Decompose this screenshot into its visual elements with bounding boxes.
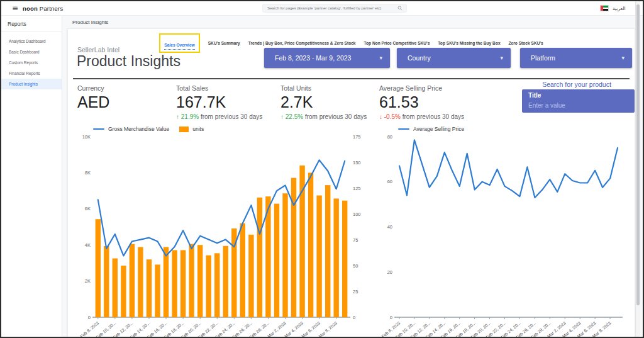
gmv-line-swatch (93, 128, 104, 130)
svg-text:0: 0 (390, 315, 392, 320)
date-range-value: Feb 8, 2023 - Mar 9, 2023 (275, 54, 351, 62)
header-divider (73, 78, 630, 79)
kpi-label: Total Units (280, 84, 367, 92)
tab-sales-overview[interactable]: Sales Overview (164, 43, 194, 50)
svg-text:25: 25 (353, 289, 358, 295)
gmv-units-chart: Gross Merchandise Value units 02K4K6K8K1… (73, 125, 365, 338)
date-range-dropdown[interactable]: Feb 8, 2023 - Mar 9, 2023 ▾ (264, 48, 390, 68)
sidebar: Reports Analytics Dashboard Basic Dashbo… (1, 16, 62, 337)
sidebar-item-custom-reports[interactable]: Custom Reports (1, 57, 62, 68)
logo-noon: noon (23, 5, 38, 12)
annotation-highlight-box: Sales Overview (159, 33, 199, 53)
svg-text:175: 175 (353, 134, 361, 140)
product-title-field-label: Title (528, 92, 628, 99)
svg-text:40: 40 (387, 224, 392, 230)
tab-skus-summary[interactable]: SKU's Summary (208, 41, 240, 45)
sidebar-title: Reports (1, 16, 62, 32)
chevron-down-icon: ▾ (621, 55, 625, 61)
product-search-title: Search for your product (519, 81, 635, 88)
country-dropdown[interactable]: Country ▾ (397, 48, 511, 68)
chevron-down-icon: ▾ (500, 55, 503, 61)
kpi-delta: ↑ 22.5% from previous 30 days (280, 113, 367, 120)
asp-plot: 020406080Feb 8, 2023Feb 10, 20...Feb 12,… (378, 133, 626, 338)
kpi-delta: ↑ 21.9% from previous 30 days (176, 113, 262, 120)
sidebar-item-financial-reports[interactable]: Financial Reports (1, 68, 62, 79)
svg-text:0: 0 (88, 315, 91, 320)
kpi-average-selling-price: Average Selling Price 61.53 ↓ -0.5% from… (379, 84, 464, 120)
language-switch-link[interactable]: العربية (613, 6, 626, 11)
asp-line-swatch (398, 128, 409, 130)
kpi-value: AED (77, 93, 109, 111)
sidebar-item-analytics-dashboard[interactable]: Analytics Dashboard (1, 36, 62, 47)
delta-percent: 21.9% (181, 113, 199, 120)
delta-suffix: from previous 30 days (201, 113, 262, 120)
scrollbar-thumb[interactable] (636, 4, 640, 305)
breadcrumb: Product Insights (72, 20, 108, 25)
country-value: Country (408, 54, 431, 62)
delta-down-icon: ↓ (379, 113, 382, 120)
main-area: Product Insights Sales Overview SKU's Su… (62, 16, 643, 337)
delta-suffix: from previous 30 days (402, 113, 464, 120)
logo-partners: Partners (38, 5, 63, 12)
tab-trends[interactable]: Trends | Buy Box, Price Competitiveness … (248, 41, 356, 45)
units-legend-label: units (192, 126, 204, 132)
vertical-scrollbar[interactable] (635, 1, 640, 337)
chevron-down-icon: ▾ (379, 55, 382, 61)
svg-text:100: 100 (353, 211, 361, 217)
svg-text:8K: 8K (85, 170, 91, 176)
kpi-label: Currency (77, 84, 109, 92)
sidebar-item-basic-dashboard[interactable]: Basic Dashboard (1, 47, 62, 57)
gmv-legend-label: Gross Merchandise Value (108, 126, 169, 132)
page-search-box (262, 4, 407, 13)
tab-zero-stock-skus[interactable]: Zero Stock SKU's (509, 41, 543, 45)
platform-dropdown[interactable]: Platform ▾ (520, 48, 632, 68)
tab-top-non-price-competitive[interactable]: Top Non Price Competitive SKU's (364, 41, 430, 45)
svg-text:125: 125 (353, 186, 361, 191)
kpi-value: 167.7K (176, 93, 262, 111)
kpi-currency: Currency AED (77, 84, 109, 111)
uae-flag-icon[interactable] (600, 5, 609, 11)
noon-partners-logo[interactable]: noon Partners (23, 5, 63, 12)
asp-legend-label: Average Selling Price (413, 126, 464, 132)
delta-up-icon: ↑ (176, 113, 179, 120)
delta-percent: -0.5% (384, 113, 401, 120)
product-title-input[interactable] (528, 102, 628, 109)
kpi-label: Total Sales (176, 84, 262, 92)
gmv-units-legend: Gross Merchandise Value units (93, 125, 365, 133)
delta-percent: 22.5% (286, 113, 303, 120)
asp-legend: Average Selling Price (398, 125, 626, 133)
svg-text:10K: 10K (82, 134, 91, 140)
app-window: ≡ noon Partners العربية Reports Analytic… (0, 0, 644, 338)
kpi-delta: ↓ -0.5% from previous 30 days (379, 113, 464, 120)
svg-text:6K: 6K (85, 206, 91, 211)
kpi-value: 61.53 (379, 93, 464, 111)
kpi-label: Average Selling Price (379, 84, 464, 92)
tab-top-skus-missing-buybox[interactable]: Top SKU's Missing the Buy Box (438, 41, 500, 45)
delta-up-icon: ↑ (280, 113, 284, 120)
kpi-value: 2.7K (280, 93, 367, 111)
svg-text:2K: 2K (85, 278, 91, 284)
kpi-total-units: Total Units 2.7K ↑ 22.5% from previous 3… (280, 84, 367, 120)
units-bar-swatch (179, 127, 189, 132)
svg-text:20: 20 (387, 269, 392, 275)
search-icon[interactable] (397, 6, 402, 11)
product-title-field[interactable]: Title (522, 89, 635, 113)
sidebar-item-product-insights[interactable]: Product Insights (1, 79, 62, 89)
svg-text:60: 60 (387, 179, 392, 184)
svg-text:0: 0 (353, 315, 355, 320)
gmv-units-plot: 02K4K6K8K10K0255075100125150175Feb 8, 20… (73, 133, 365, 338)
page-search-input[interactable] (263, 6, 397, 10)
topbar: ≡ noon Partners العربية (1, 1, 643, 16)
svg-text:75: 75 (353, 237, 358, 243)
svg-text:80: 80 (387, 134, 392, 140)
svg-text:Mar 8, 2023: Mar 8, 2023 (318, 320, 338, 338)
hamburger-menu-icon[interactable]: ≡ (12, 4, 18, 13)
svg-text:150: 150 (353, 160, 361, 166)
page-title: Product Insights (77, 53, 180, 70)
kpi-total-sales: Total Sales 167.7K ↑ 21.9% from previous… (176, 84, 262, 120)
asp-chart: Average Selling Price 020406080Feb 8, 20… (378, 125, 626, 338)
report-card: Sales Overview SKU's Summary Trends | Bu… (67, 28, 635, 338)
delta-suffix: from previous 30 days (305, 113, 367, 120)
svg-text:4K: 4K (85, 242, 91, 248)
svg-text:50: 50 (353, 263, 358, 269)
